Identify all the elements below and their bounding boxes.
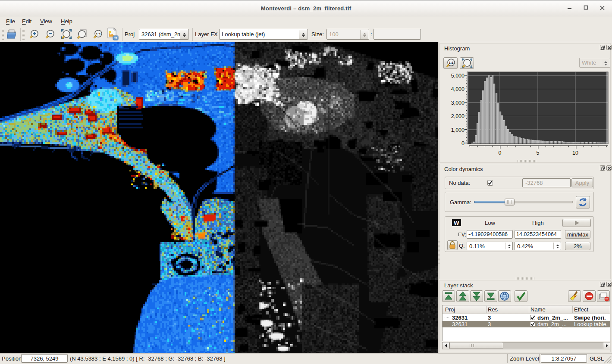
svg-text:0: 0 [461,140,464,146]
svg-text:10: 10 [572,150,578,156]
svg-text:5,000: 5,000 [451,73,464,79]
svg-text:0: 0 [499,150,502,156]
svg-text:3,000: 3,000 [451,100,464,106]
svg-text:2,000: 2,000 [451,113,464,119]
svg-text:1,000: 1,000 [451,127,464,133]
svg-text:5: 5 [537,150,540,156]
svg-text:4,000: 4,000 [451,86,464,92]
